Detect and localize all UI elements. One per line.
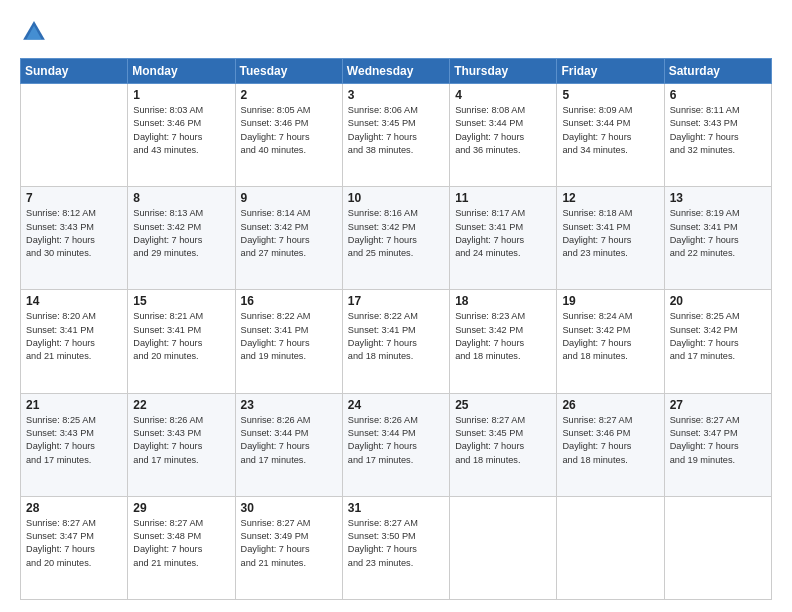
day-info: Sunrise: 8:27 AM Sunset: 3:49 PM Dayligh…: [241, 517, 337, 570]
day-info: Sunrise: 8:09 AM Sunset: 3:44 PM Dayligh…: [562, 104, 658, 157]
day-number: 24: [348, 398, 444, 412]
day-number: 26: [562, 398, 658, 412]
day-info: Sunrise: 8:27 AM Sunset: 3:45 PM Dayligh…: [455, 414, 551, 467]
day-number: 1: [133, 88, 229, 102]
day-info: Sunrise: 8:21 AM Sunset: 3:41 PM Dayligh…: [133, 310, 229, 363]
day-number: 29: [133, 501, 229, 515]
day-number: 25: [455, 398, 551, 412]
day-info: Sunrise: 8:26 AM Sunset: 3:44 PM Dayligh…: [241, 414, 337, 467]
calendar-cell: 13Sunrise: 8:19 AM Sunset: 3:41 PM Dayli…: [664, 187, 771, 290]
day-info: Sunrise: 8:27 AM Sunset: 3:47 PM Dayligh…: [26, 517, 122, 570]
day-info: Sunrise: 8:16 AM Sunset: 3:42 PM Dayligh…: [348, 207, 444, 260]
calendar-cell: 2Sunrise: 8:05 AM Sunset: 3:46 PM Daylig…: [235, 84, 342, 187]
day-info: Sunrise: 8:12 AM Sunset: 3:43 PM Dayligh…: [26, 207, 122, 260]
days-of-week-row: SundayMondayTuesdayWednesdayThursdayFrid…: [21, 59, 772, 84]
calendar-week-3: 14Sunrise: 8:20 AM Sunset: 3:41 PM Dayli…: [21, 290, 772, 393]
calendar-cell: 25Sunrise: 8:27 AM Sunset: 3:45 PM Dayli…: [450, 393, 557, 496]
day-number: 20: [670, 294, 766, 308]
day-info: Sunrise: 8:27 AM Sunset: 3:47 PM Dayligh…: [670, 414, 766, 467]
day-of-week-tuesday: Tuesday: [235, 59, 342, 84]
calendar-cell: 3Sunrise: 8:06 AM Sunset: 3:45 PM Daylig…: [342, 84, 449, 187]
day-number: 10: [348, 191, 444, 205]
calendar-cell: 6Sunrise: 8:11 AM Sunset: 3:43 PM Daylig…: [664, 84, 771, 187]
calendar-cell: 20Sunrise: 8:25 AM Sunset: 3:42 PM Dayli…: [664, 290, 771, 393]
day-info: Sunrise: 8:03 AM Sunset: 3:46 PM Dayligh…: [133, 104, 229, 157]
calendar-cell: 7Sunrise: 8:12 AM Sunset: 3:43 PM Daylig…: [21, 187, 128, 290]
calendar-cell: 12Sunrise: 8:18 AM Sunset: 3:41 PM Dayli…: [557, 187, 664, 290]
logo-icon: [20, 18, 48, 46]
calendar-cell: 14Sunrise: 8:20 AM Sunset: 3:41 PM Dayli…: [21, 290, 128, 393]
day-of-week-thursday: Thursday: [450, 59, 557, 84]
calendar-cell: 15Sunrise: 8:21 AM Sunset: 3:41 PM Dayli…: [128, 290, 235, 393]
calendar-cell: 4Sunrise: 8:08 AM Sunset: 3:44 PM Daylig…: [450, 84, 557, 187]
day-info: Sunrise: 8:23 AM Sunset: 3:42 PM Dayligh…: [455, 310, 551, 363]
page: SundayMondayTuesdayWednesdayThursdayFrid…: [0, 0, 792, 612]
calendar-cell: 17Sunrise: 8:22 AM Sunset: 3:41 PM Dayli…: [342, 290, 449, 393]
calendar-header: SundayMondayTuesdayWednesdayThursdayFrid…: [21, 59, 772, 84]
logo: [20, 18, 52, 46]
day-info: Sunrise: 8:08 AM Sunset: 3:44 PM Dayligh…: [455, 104, 551, 157]
day-info: Sunrise: 8:11 AM Sunset: 3:43 PM Dayligh…: [670, 104, 766, 157]
day-number: 22: [133, 398, 229, 412]
calendar-cell: 19Sunrise: 8:24 AM Sunset: 3:42 PM Dayli…: [557, 290, 664, 393]
day-info: Sunrise: 8:26 AM Sunset: 3:44 PM Dayligh…: [348, 414, 444, 467]
day-of-week-monday: Monday: [128, 59, 235, 84]
calendar-cell: 22Sunrise: 8:26 AM Sunset: 3:43 PM Dayli…: [128, 393, 235, 496]
calendar-week-2: 7Sunrise: 8:12 AM Sunset: 3:43 PM Daylig…: [21, 187, 772, 290]
day-number: 23: [241, 398, 337, 412]
day-number: 21: [26, 398, 122, 412]
day-number: 3: [348, 88, 444, 102]
day-info: Sunrise: 8:13 AM Sunset: 3:42 PM Dayligh…: [133, 207, 229, 260]
day-info: Sunrise: 8:06 AM Sunset: 3:45 PM Dayligh…: [348, 104, 444, 157]
day-info: Sunrise: 8:18 AM Sunset: 3:41 PM Dayligh…: [562, 207, 658, 260]
day-of-week-saturday: Saturday: [664, 59, 771, 84]
day-info: Sunrise: 8:14 AM Sunset: 3:42 PM Dayligh…: [241, 207, 337, 260]
calendar-cell: 5Sunrise: 8:09 AM Sunset: 3:44 PM Daylig…: [557, 84, 664, 187]
calendar-week-1: 1Sunrise: 8:03 AM Sunset: 3:46 PM Daylig…: [21, 84, 772, 187]
day-of-week-friday: Friday: [557, 59, 664, 84]
day-info: Sunrise: 8:25 AM Sunset: 3:42 PM Dayligh…: [670, 310, 766, 363]
day-info: Sunrise: 8:27 AM Sunset: 3:48 PM Dayligh…: [133, 517, 229, 570]
calendar-cell: 28Sunrise: 8:27 AM Sunset: 3:47 PM Dayli…: [21, 496, 128, 599]
calendar-cell: 1Sunrise: 8:03 AM Sunset: 3:46 PM Daylig…: [128, 84, 235, 187]
day-number: 9: [241, 191, 337, 205]
calendar-body: 1Sunrise: 8:03 AM Sunset: 3:46 PM Daylig…: [21, 84, 772, 600]
day-info: Sunrise: 8:26 AM Sunset: 3:43 PM Dayligh…: [133, 414, 229, 467]
calendar-cell: [450, 496, 557, 599]
day-info: Sunrise: 8:17 AM Sunset: 3:41 PM Dayligh…: [455, 207, 551, 260]
day-info: Sunrise: 8:05 AM Sunset: 3:46 PM Dayligh…: [241, 104, 337, 157]
day-info: Sunrise: 8:27 AM Sunset: 3:50 PM Dayligh…: [348, 517, 444, 570]
calendar-cell: 21Sunrise: 8:25 AM Sunset: 3:43 PM Dayli…: [21, 393, 128, 496]
day-number: 28: [26, 501, 122, 515]
day-number: 17: [348, 294, 444, 308]
calendar-week-5: 28Sunrise: 8:27 AM Sunset: 3:47 PM Dayli…: [21, 496, 772, 599]
calendar-cell: 27Sunrise: 8:27 AM Sunset: 3:47 PM Dayli…: [664, 393, 771, 496]
day-number: 5: [562, 88, 658, 102]
calendar-cell: [664, 496, 771, 599]
day-number: 18: [455, 294, 551, 308]
day-info: Sunrise: 8:24 AM Sunset: 3:42 PM Dayligh…: [562, 310, 658, 363]
day-number: 31: [348, 501, 444, 515]
calendar-table: SundayMondayTuesdayWednesdayThursdayFrid…: [20, 58, 772, 600]
day-info: Sunrise: 8:20 AM Sunset: 3:41 PM Dayligh…: [26, 310, 122, 363]
calendar-cell: 11Sunrise: 8:17 AM Sunset: 3:41 PM Dayli…: [450, 187, 557, 290]
day-info: Sunrise: 8:19 AM Sunset: 3:41 PM Dayligh…: [670, 207, 766, 260]
calendar-cell: 31Sunrise: 8:27 AM Sunset: 3:50 PM Dayli…: [342, 496, 449, 599]
calendar-cell: 8Sunrise: 8:13 AM Sunset: 3:42 PM Daylig…: [128, 187, 235, 290]
day-number: 16: [241, 294, 337, 308]
calendar-cell: 10Sunrise: 8:16 AM Sunset: 3:42 PM Dayli…: [342, 187, 449, 290]
calendar-cell: 24Sunrise: 8:26 AM Sunset: 3:44 PM Dayli…: [342, 393, 449, 496]
header: [20, 18, 772, 46]
day-number: 6: [670, 88, 766, 102]
calendar-cell: [557, 496, 664, 599]
day-number: 15: [133, 294, 229, 308]
day-of-week-sunday: Sunday: [21, 59, 128, 84]
day-info: Sunrise: 8:22 AM Sunset: 3:41 PM Dayligh…: [241, 310, 337, 363]
day-number: 14: [26, 294, 122, 308]
day-number: 27: [670, 398, 766, 412]
day-number: 11: [455, 191, 551, 205]
day-of-week-wednesday: Wednesday: [342, 59, 449, 84]
day-number: 13: [670, 191, 766, 205]
day-number: 19: [562, 294, 658, 308]
day-number: 8: [133, 191, 229, 205]
